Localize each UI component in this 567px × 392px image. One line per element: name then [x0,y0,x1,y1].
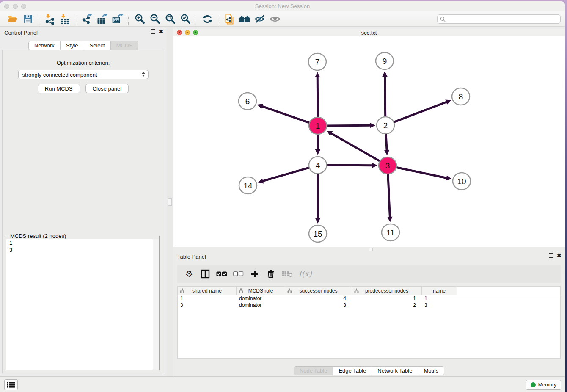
table-row[interactable]: 1 dominator 4 1 1 [178,295,560,302]
table-row[interactable]: 3 dominator 3 2 3 [178,302,560,309]
vertical-splitter[interactable] [167,27,173,377]
houses-icon [238,14,251,24]
graph-edge-arrowhead [387,217,392,222]
zoom-out-button[interactable] [147,13,162,25]
graph-edge-2-9[interactable] [385,76,385,118]
search-field[interactable] [437,14,561,24]
float-panel-icon[interactable] [549,253,553,258]
first-neighbors-button[interactable] [237,13,252,25]
cell-shared-name[interactable]: 3 [178,302,237,309]
export-network-button[interactable] [80,13,95,25]
task-history-button[interactable] [4,379,18,390]
mcds-result-text[interactable]: 1 3 [6,239,159,370]
window-title: Session: New Session [0,3,565,9]
graph-edge-1-6[interactable] [261,106,311,124]
tab-motifs[interactable]: Motifs [418,367,444,375]
graph-edge-4-14[interactable] [262,167,311,181]
graph-edge-3-10[interactable] [395,167,447,178]
delete-table-button[interactable] [282,268,293,279]
network-file-button[interactable] [222,13,237,25]
select-all-columns-button[interactable] [216,268,227,279]
control-panel-title: Control Panel [4,30,38,36]
tab-select[interactable]: Select [84,41,110,50]
tab-mcds[interactable]: MCDS [110,41,138,50]
graph-edge-3-1[interactable] [330,133,381,162]
close-panel-icon[interactable]: ✖ [159,29,163,34]
zoom-in-button[interactable] [132,13,147,25]
cell-name[interactable]: 3 [422,302,457,309]
toolbar-separator [39,14,39,25]
cell-predecessor-nodes[interactable]: 1 [352,295,422,302]
cell-predecessor-nodes[interactable]: 2 [352,302,422,309]
import-table-button[interactable] [58,13,73,25]
table-settings-button[interactable]: ⚙ [184,268,194,279]
splitter-handle[interactable] [168,198,172,206]
run-mcds-button[interactable]: Run MCDS [38,84,80,93]
column-header-shared-name[interactable]: shared name [178,287,237,295]
eye-icon [269,15,281,23]
tab-network[interactable]: Network [29,41,60,50]
apply-layout-button[interactable] [200,13,215,25]
cell-mcds-role[interactable]: dominator [237,302,285,309]
unselect-all-columns-button[interactable] [233,268,244,279]
criterion-dropdown-value: strongly connected component [22,72,97,78]
delete-columns-button[interactable] [266,268,276,279]
result-scrollbar[interactable] [153,239,159,370]
graph-edge-arrowhead [446,175,452,180]
open-folder-icon [7,14,18,24]
zoom-fit-button[interactable] [162,13,178,25]
cell-mcds-role[interactable]: dominator [237,295,285,302]
cell-name[interactable]: 1 [422,295,457,302]
tab-network-table[interactable]: Network Table [372,367,418,375]
export-table-button[interactable] [95,13,110,25]
memory-button[interactable]: Memory [526,380,561,390]
mcds-tab-content: Optimization criterion: strongly connect… [2,50,164,373]
control-panel-tabs: Network Style Select MCDS [0,41,167,50]
network-canvas[interactable]: 7968124314101511 [173,36,565,247]
export-table-icon [97,14,108,25]
tab-node-table[interactable]: Node Table [294,367,333,375]
save-session-button[interactable] [20,13,36,25]
control-panel: Control Panel ✖ Network Style Select MCD… [0,27,167,377]
close-panel-button[interactable]: Close panel [85,84,129,93]
criterion-dropdown[interactable]: strongly connected component [18,70,149,79]
column-header-name[interactable]: name [422,287,457,295]
graph-edge-1-7[interactable] [317,77,318,118]
graph-edge-arrowhead [315,72,320,77]
graph-edge-2-3[interactable] [386,133,387,151]
import-network-icon [44,14,55,25]
main-window: Session: New Session [0,1,565,392]
hide-selected-button[interactable] [252,13,267,25]
column-header-successor-nodes[interactable]: successor nodes [285,287,352,295]
eye-slash-icon [254,14,266,24]
column-type-icon [354,288,359,294]
function-icon: f(x) [299,269,312,278]
search-input[interactable] [448,16,558,22]
column-layout-button[interactable] [200,268,210,279]
tab-style[interactable]: Style [60,41,84,50]
graph-edge-2-8[interactable] [393,102,447,122]
graph-node-label: 11 [386,228,395,237]
graph-edge-4-3[interactable] [325,165,373,166]
tab-edge-table[interactable]: Edge Table [333,367,372,375]
graph-edge-3-11[interactable] [388,173,390,218]
export-image-button[interactable] [110,13,125,25]
graph-edge-1-2[interactable] [325,125,371,126]
open-session-button[interactable] [5,13,20,25]
create-column-button[interactable] [250,268,260,279]
zoom-selected-button[interactable] [178,13,193,25]
column-header-predecessor-nodes[interactable]: predecessor nodes [352,287,422,295]
graph-node-label: 3 [385,161,390,170]
function-builder-button[interactable]: f(x) [299,268,312,279]
cell-shared-name[interactable]: 1 [178,295,237,302]
column-header-mcds-role[interactable]: MCDS role [237,287,285,295]
network-graph[interactable]: 7968124314101511 [173,36,565,247]
cell-successor-nodes[interactable]: 4 [285,295,352,302]
zoom-in-icon [134,14,146,24]
show-all-button[interactable] [267,13,283,25]
import-network-button[interactable] [42,13,58,25]
float-panel-icon[interactable] [151,29,155,34]
close-panel-icon[interactable]: ✖ [557,253,561,258]
cell-successor-nodes[interactable]: 3 [285,302,352,309]
memory-status-icon [531,382,536,387]
